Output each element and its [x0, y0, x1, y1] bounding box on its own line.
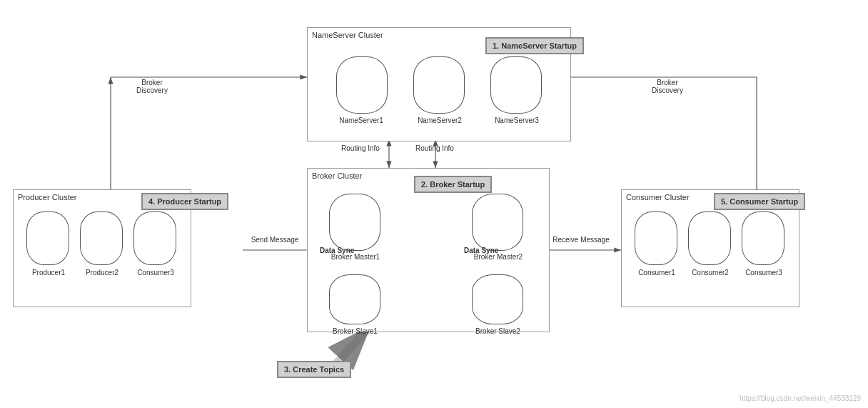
nameserver-cluster-label: NameServer Cluster — [312, 31, 383, 39]
watermark: https://blog.csdn.net/weixin_44533129 — [740, 394, 861, 402]
broker-master2-node — [472, 194, 523, 251]
producer-cluster-label: Producer Cluster — [18, 193, 77, 201]
data-sync-right-label: Data Sync — [464, 247, 498, 254]
consumer2-node — [688, 212, 731, 265]
step4-box: 4. Producer Startup — [141, 193, 228, 210]
broker-slave1-node — [329, 274, 380, 324]
broker-discovery-left-label: Broker Discovery — [127, 79, 177, 94]
consumer1-node — [635, 212, 677, 265]
producer-consumer3-label: Consumer3 — [124, 269, 187, 277]
consumer-cluster-label: Consumer Cluster — [626, 193, 690, 201]
broker-slave1-label: Broker Slave1 — [318, 327, 393, 335]
broker-slave2-node — [472, 274, 523, 324]
step2-box: 2. Broker Startup — [414, 176, 492, 193]
broker-slave2-label: Broker Slave2 — [460, 327, 535, 335]
send-message-label: Send Message — [250, 236, 300, 244]
nameserver3-node — [490, 56, 542, 114]
nameserver2-node — [413, 56, 465, 114]
producer-consumer3-node — [133, 212, 176, 265]
nameserver3-label: NameServer3 — [478, 116, 556, 124]
broker-discovery-right-label: Broker Discovery — [642, 79, 692, 94]
consumer3-node — [742, 212, 784, 265]
nameserver1-label: NameServer1 — [322, 116, 400, 124]
broker-master1-node — [329, 194, 380, 251]
routing-info-left-label: Routing Info — [341, 144, 380, 152]
step3-box: 3. Create Topics — [277, 361, 351, 378]
data-sync-left-label: Data Sync — [320, 247, 354, 254]
broker-cluster-label: Broker Cluster — [312, 171, 362, 180]
nameserver2-label: NameServer2 — [400, 116, 479, 124]
step1-box: 1. NameServer Startup — [485, 37, 584, 54]
producer1-node — [26, 212, 69, 265]
nameserver1-node — [336, 56, 388, 114]
producer2-node — [80, 212, 123, 265]
routing-info-right-label: Routing Info — [415, 144, 454, 152]
receive-message-label: Receive Message — [552, 236, 610, 244]
diagram: NameServer Cluster NameServer1 NameServe… — [0, 0, 868, 408]
step5-box: 5. Consumer Startup — [714, 193, 805, 210]
consumer3-label: Consumer3 — [732, 269, 795, 277]
